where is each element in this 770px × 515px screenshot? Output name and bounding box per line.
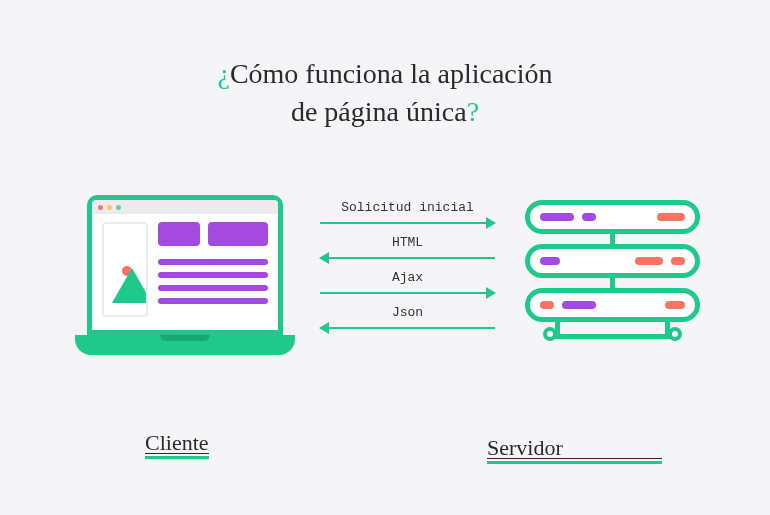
arrow-right-icon <box>320 217 495 229</box>
laptop-screen <box>87 195 283 335</box>
window-titlebar <box>92 200 278 214</box>
arrow-json: Json <box>320 305 495 334</box>
rack-slot <box>562 301 596 309</box>
server-rack-unit <box>525 244 700 278</box>
rack-slot <box>657 213 685 221</box>
server-rack-icon <box>525 200 700 342</box>
client-laptop-icon <box>75 195 295 360</box>
title-line-2: de página única <box>291 96 467 127</box>
arrow-label: Json <box>392 305 423 320</box>
rack-slot <box>582 213 596 221</box>
open-question-mark: ¿ <box>217 58 229 89</box>
rack-connector <box>610 234 615 244</box>
rack-slot <box>540 301 554 309</box>
arrow-html: HTML <box>320 235 495 264</box>
arrow-left-icon <box>320 322 495 334</box>
arrow-label: Solicitud inicial <box>341 200 474 215</box>
rack-slot <box>540 213 574 221</box>
image-placeholder-icon <box>102 222 148 317</box>
request-response-arrows: Solicitud inicial HTML Ajax Json <box>320 200 495 340</box>
traffic-light-close-icon <box>98 205 103 210</box>
rack-connector <box>610 278 615 288</box>
rack-slot <box>665 301 685 309</box>
server-label: Servidor <box>487 435 662 464</box>
page-content <box>92 214 278 325</box>
content-line <box>158 298 268 304</box>
title-line-1: Cómo funciona la aplicación <box>230 58 553 89</box>
rack-slot <box>635 257 663 265</box>
content-lines <box>158 222 268 317</box>
server-rack-unit <box>525 200 700 234</box>
content-line <box>158 259 268 265</box>
content-block <box>158 222 200 246</box>
client-label: Cliente <box>145 430 209 459</box>
laptop-base <box>75 335 295 355</box>
arrow-initial-request: Solicitud inicial <box>320 200 495 229</box>
client-label-text: Cliente <box>145 430 209 455</box>
mountain-icon <box>112 268 148 303</box>
close-question-mark: ? <box>467 96 479 127</box>
server-rack-unit <box>525 288 700 322</box>
traffic-light-max-icon <box>116 205 121 210</box>
content-line <box>158 272 268 278</box>
arrow-label: HTML <box>392 235 423 250</box>
arrow-left-icon <box>320 252 495 264</box>
arrow-right-icon <box>320 287 495 299</box>
rack-slot <box>671 257 685 265</box>
spa-diagram: Solicitud inicial HTML Ajax Json <box>0 195 770 415</box>
traffic-light-min-icon <box>107 205 112 210</box>
rack-slot <box>540 257 560 265</box>
diagram-title: ¿Cómo funciona la aplicación de página ú… <box>0 0 770 131</box>
content-block <box>208 222 268 246</box>
server-label-text: Servidor <box>487 435 563 460</box>
arrow-ajax: Ajax <box>320 270 495 299</box>
content-line <box>158 285 268 291</box>
server-stand <box>525 322 700 342</box>
arrow-label: Ajax <box>392 270 423 285</box>
